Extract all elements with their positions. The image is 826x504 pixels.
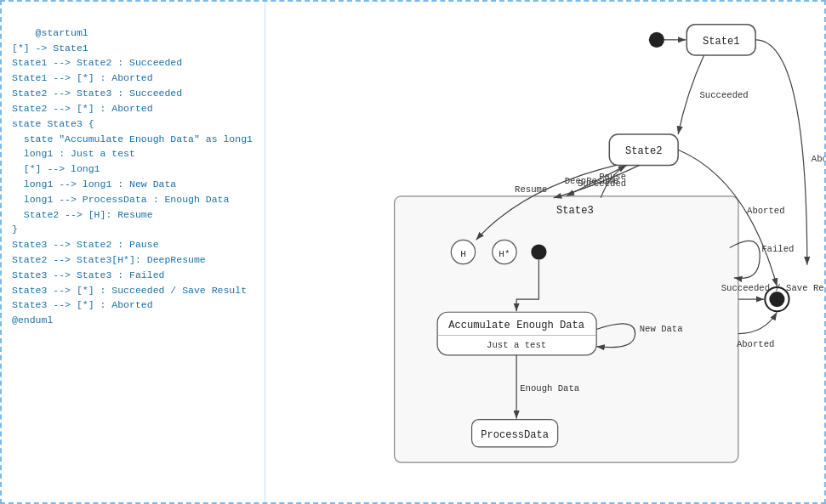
state3-label: State3 bbox=[556, 205, 594, 217]
newdata-label: New Data bbox=[640, 325, 684, 335]
state2-label: State2 bbox=[625, 145, 663, 157]
enough-data-label: Enough Data bbox=[520, 383, 580, 394]
s1-to-s2-label: Succeeded bbox=[699, 90, 748, 100]
code-panel: @startuml [*] -> State1 State1 --> State… bbox=[2, 2, 265, 502]
state-diagram: State1 State2 Succeeded Aborted State3 H… bbox=[265, 2, 824, 502]
failed-label: Failed bbox=[761, 245, 794, 255]
main-container: @startuml [*] -> State1 State1 --> State… bbox=[0, 0, 826, 504]
accumulate-sublabel: Just a test bbox=[487, 340, 546, 350]
processdata-label: ProcessData bbox=[481, 429, 549, 441]
initial-circle-state1 bbox=[649, 32, 664, 48]
hstar-label: H* bbox=[498, 249, 510, 259]
succeeded-save-label: Succeeded / Save Result bbox=[721, 283, 824, 293]
h-label: H bbox=[460, 249, 466, 259]
accumulate-label: Accumulate Enough Data bbox=[448, 320, 584, 331]
state3-init-circle bbox=[531, 244, 546, 259]
deepresume-label: DeepResume bbox=[565, 176, 619, 186]
s2-to-end-label: Aborted bbox=[747, 206, 785, 216]
s3-to-end-aborted-arrow bbox=[738, 312, 777, 333]
s3-aborted-label: Aborted bbox=[737, 339, 775, 349]
end-circle-inner bbox=[769, 292, 784, 307]
resume-label: Resume bbox=[515, 184, 547, 195]
s1-to-end-arrow bbox=[755, 40, 807, 265]
s1-to-end-label: Aborted bbox=[812, 154, 824, 164]
diagram-panel: State1 State2 Succeeded Aborted State3 H… bbox=[265, 2, 824, 502]
state1-label: State1 bbox=[703, 36, 740, 48]
code-text: @startuml [*] -> State1 State1 --> State… bbox=[12, 27, 253, 326]
